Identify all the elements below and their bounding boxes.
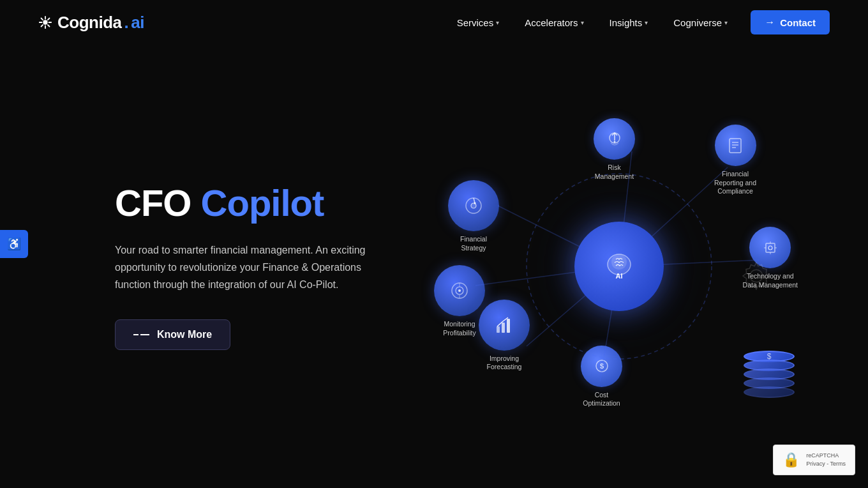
hero-diagram: AI RiskManagement xyxy=(434,107,804,426)
hero-description: Your road to smarter financial managemen… xyxy=(115,241,383,294)
nav-item-insights[interactable]: Insights ▾ xyxy=(599,12,659,33)
svg-rect-40 xyxy=(497,326,500,333)
chevron-down-icon: ▾ xyxy=(496,19,499,26)
chevron-down-icon: ▾ xyxy=(581,19,584,26)
coin-5 xyxy=(744,386,795,398)
svg-rect-41 xyxy=(502,323,505,333)
nav-label-cogniverse: Cogniverse xyxy=(673,17,722,28)
nav-label-accelerators: Accelerators xyxy=(525,17,578,28)
chevron-down-icon: ▾ xyxy=(645,19,648,26)
contact-label: Contact xyxy=(780,17,816,28)
financial-reporting-circle xyxy=(715,125,756,166)
header: Cognida.ai Services ▾ Accelerators ▾ Ins… xyxy=(0,0,868,45)
svg-line-8 xyxy=(41,25,43,27)
hero-title-blue: Copilot xyxy=(201,182,324,224)
arrow-right-icon: → xyxy=(765,17,775,28)
recaptcha-text: reCAPTCHA Privacy - Terms xyxy=(806,452,846,468)
main-nav: Services ▾ Accelerators ▾ Insights ▾ Cog… xyxy=(447,10,830,34)
coin-stack: $ xyxy=(744,351,795,395)
svg-rect-42 xyxy=(507,319,510,333)
financial-strategy-label: FinancialStrategy xyxy=(460,235,487,252)
svg-rect-21 xyxy=(730,139,741,153)
hero-section: CFO Copilot Your road to smarter financi… xyxy=(0,45,868,488)
know-more-label: Know More xyxy=(157,329,212,340)
svg-point-20 xyxy=(613,141,615,142)
svg-rect-25 xyxy=(766,243,775,252)
know-more-button[interactable]: Know More xyxy=(115,319,230,350)
svg-text:AI: AI xyxy=(615,272,622,280)
svg-text:$: $ xyxy=(599,362,603,370)
hero-title-white: CFO xyxy=(115,182,191,224)
nav-item-accelerators[interactable]: Accelerators ▾ xyxy=(514,12,594,33)
recaptcha-logo: 🔒 xyxy=(782,452,800,468)
hero-content: CFO Copilot Your road to smarter financi… xyxy=(115,183,383,349)
logo-name-white: Cognida xyxy=(57,13,122,33)
svg-point-26 xyxy=(768,246,772,250)
svg-point-0 xyxy=(43,20,47,24)
ai-brain-center: AI xyxy=(574,222,664,311)
cost-label: CostOptimization xyxy=(583,391,620,408)
nav-label-insights: Insights xyxy=(610,17,643,28)
accessibility-icon: ♿ xyxy=(7,237,21,251)
logo[interactable]: Cognida.ai xyxy=(38,13,144,33)
svg-line-5 xyxy=(41,19,43,20)
logo-name-blue: ai xyxy=(131,13,144,33)
monitoring-label: MonitoringProfitability xyxy=(443,320,475,337)
node-risk: RiskManagement xyxy=(594,118,635,181)
hero-title: CFO Copilot xyxy=(115,183,383,224)
nav-item-services[interactable]: Services ▾ xyxy=(447,12,510,33)
node-monitoring: MonitoringProfitability xyxy=(434,265,485,337)
recaptcha-links: Privacy - Terms xyxy=(806,460,846,468)
gear-decoration-icon xyxy=(734,254,779,298)
node-financial-reporting: FinancialReporting andCompliance xyxy=(714,125,756,196)
svg-line-6 xyxy=(48,25,50,27)
contact-button[interactable]: → Contact xyxy=(751,10,830,34)
node-financial-strategy: FinancialStrategy xyxy=(448,180,499,252)
cost-circle: $ xyxy=(581,346,622,387)
logo-dot: . xyxy=(124,13,129,33)
recaptcha-badge: 🔒 reCAPTCHA Privacy - Terms xyxy=(773,445,855,475)
nav-label-services: Services xyxy=(457,17,494,28)
recaptcha-label: reCAPTCHA xyxy=(806,452,846,460)
accessibility-button[interactable]: ♿ xyxy=(0,230,28,258)
svg-line-7 xyxy=(48,19,50,20)
svg-point-34 xyxy=(474,202,476,204)
dash-icon xyxy=(133,334,149,335)
financial-strategy-circle xyxy=(448,180,499,231)
node-cost: $ CostOptimization xyxy=(581,346,622,408)
risk-label: RiskManagement xyxy=(595,164,634,181)
nav-item-cogniverse[interactable]: Cogniverse ▾ xyxy=(663,12,738,33)
logo-icon xyxy=(38,15,52,29)
financial-reporting-label: FinancialReporting andCompliance xyxy=(714,170,756,196)
improving-label: ImprovingForecasting xyxy=(487,355,522,372)
svg-point-37 xyxy=(458,289,461,292)
chevron-down-icon: ▾ xyxy=(724,19,728,26)
risk-circle xyxy=(594,118,635,160)
node-improving: ImprovingForecasting xyxy=(479,300,530,372)
improving-circle xyxy=(479,300,530,351)
monitoring-circle xyxy=(434,265,485,316)
